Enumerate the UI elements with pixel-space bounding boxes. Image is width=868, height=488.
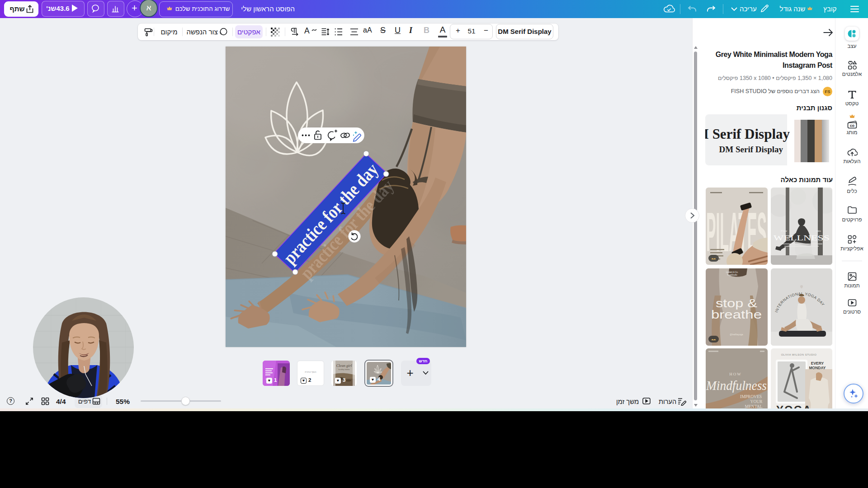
svg-text:breathe: breathe — [711, 308, 762, 321]
svg-text:EVERY: EVERY — [811, 361, 824, 366]
svg-text:Clean girl: Clean girl — [336, 363, 352, 368]
svg-text:OLIVIA WILSON STUDIO: OLIVIA WILSON STUDIO — [781, 353, 817, 356]
svg-text:YogaStudio: YogaStudio — [727, 274, 737, 276]
svg-text:IMPROVES: IMPROVES — [740, 394, 762, 399]
svg-text:Flow: Flow — [781, 229, 788, 233]
svg-text:healthy habits: healthy habits — [338, 368, 349, 371]
svg-text:YOGA: YOGA — [776, 404, 812, 408]
svg-text:Mindfulness: Mindfulness — [706, 378, 767, 393]
svg-text:HOW: HOW — [729, 372, 742, 376]
svg-text:YOUR: YOUR — [750, 399, 763, 404]
svg-text:Lealani & Co.: Lealani & Co. — [726, 271, 738, 273]
svg-text:MENTAL: MENTAL — [745, 404, 763, 408]
svg-text:stop &: stop & — [716, 297, 757, 310]
svg-text:into: into — [816, 229, 821, 233]
svg-text:co: co — [850, 123, 854, 128]
svg-text:@leafitayoga: @leafitayoga — [730, 333, 743, 336]
svg-text:WELLNESS: WELLNESS — [774, 233, 830, 242]
